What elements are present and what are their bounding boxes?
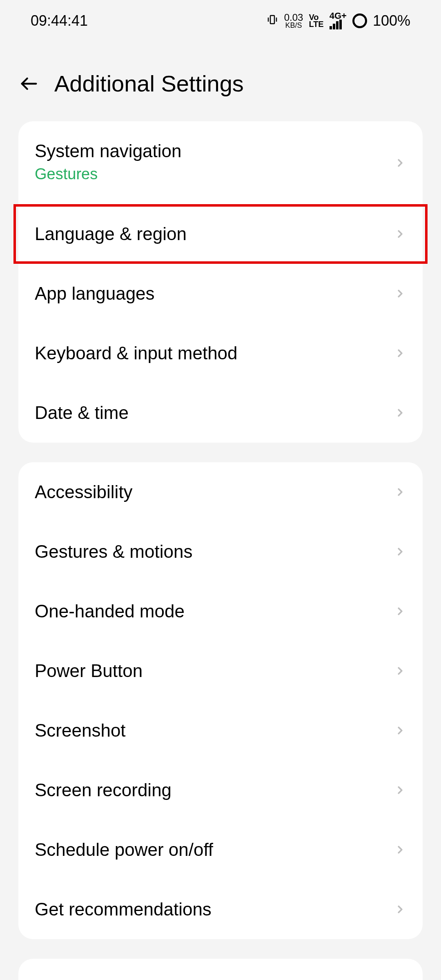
status-time: 09:44:41 (31, 12, 88, 29)
row-content: Screenshot (35, 720, 126, 741)
row-content: Language & region (35, 224, 187, 244)
row-content: Screen recording (35, 780, 172, 800)
chevron-right-icon (394, 542, 406, 561)
row-title: Date & time (35, 403, 129, 423)
volte-indicator: Vo LTE (309, 14, 323, 28)
settings-row-one-handed-mode[interactable]: One-handed mode (18, 581, 423, 641)
signal-bars-icon (330, 20, 342, 29)
settings-group: AccessibilityGestures & motionsOne-hande… (18, 462, 423, 939)
vibrate-icon (266, 13, 278, 29)
chevron-right-icon (394, 780, 406, 800)
chevron-right-icon (394, 284, 406, 303)
settings-row-date-time[interactable]: Date & time (18, 383, 423, 443)
row-content: App languages (35, 283, 155, 304)
svg-rect-0 (270, 16, 274, 24)
settings-row-get-recommendations[interactable]: Get recommendations (18, 880, 423, 939)
row-title: Gestures & motions (35, 541, 192, 562)
chevron-right-icon (394, 601, 406, 621)
row-title: Screenshot (35, 720, 126, 741)
row-title: App languages (35, 283, 155, 304)
chevron-right-icon (394, 900, 406, 919)
row-title: Screen recording (35, 780, 172, 800)
chevron-right-icon (394, 343, 406, 363)
chevron-right-icon (394, 403, 406, 423)
row-title: Accessibility (35, 482, 133, 502)
chevron-right-icon (394, 661, 406, 681)
settings-row-language-region[interactable]: Language & region (18, 204, 423, 264)
status-bar: 09:44:41 0.03 KB/S Vo LTE 4G+ 100% (0, 0, 441, 38)
row-content: Gestures & motions (35, 541, 192, 562)
row-content: Date & time (35, 403, 129, 423)
row-title: Schedule power on/off (35, 840, 213, 860)
row-title: Keyboard & input method (35, 343, 238, 363)
settings-row-power-button[interactable]: Power Button (18, 641, 423, 701)
settings-row-app-languages[interactable]: App languages (18, 264, 423, 323)
row-content: One-handed mode (35, 601, 185, 621)
chevron-right-icon (394, 721, 406, 740)
row-subtitle: Gestures (35, 164, 182, 185)
settings-group: OTG connectionGet better compatibility w… (18, 959, 423, 980)
row-title: Language & region (35, 224, 187, 244)
battery-percent: 100% (373, 12, 410, 29)
settings-row-screen-recording[interactable]: Screen recording (18, 760, 423, 820)
row-title: System navigation (35, 141, 182, 161)
settings-row-schedule-power[interactable]: Schedule power on/off (18, 820, 423, 880)
row-content: Accessibility (35, 482, 133, 502)
row-title: OTG connection (35, 978, 329, 980)
settings-row-screenshot[interactable]: Screenshot (18, 701, 423, 760)
status-right: 0.03 KB/S Vo LTE 4G+ 100% (266, 12, 410, 29)
row-content: System navigationGestures (35, 141, 182, 185)
row-content: Power Button (35, 661, 143, 681)
settings-content: System navigationGesturesLanguage & regi… (0, 121, 441, 980)
arrow-left-icon (18, 73, 40, 94)
page-title: Additional Settings (54, 70, 244, 97)
network-indicator: 4G+ (330, 12, 347, 29)
chevron-right-icon (394, 840, 406, 860)
row-content: OTG connectionGet better compatibility w… (35, 978, 329, 980)
chevron-right-icon (394, 153, 406, 173)
row-title: One-handed mode (35, 601, 185, 621)
settings-row-accessibility[interactable]: Accessibility (18, 462, 423, 522)
row-title: Get recommendations (35, 899, 212, 920)
settings-row-gestures-motions[interactable]: Gestures & motions (18, 522, 423, 581)
settings-row-keyboard-input[interactable]: Keyboard & input method (18, 323, 423, 383)
battery-ring-icon (352, 13, 367, 28)
page-header: Additional Settings (0, 38, 441, 121)
settings-row-system-navigation[interactable]: System navigationGestures (18, 121, 423, 204)
chevron-right-icon (394, 482, 406, 502)
row-content: Schedule power on/off (35, 840, 213, 860)
row-title: Power Button (35, 661, 143, 681)
row-content: Get recommendations (35, 899, 212, 920)
back-button[interactable] (18, 73, 40, 94)
chevron-right-icon (394, 224, 406, 244)
data-rate-indicator: 0.03 KB/S (284, 13, 303, 29)
settings-row-otg-connection[interactable]: OTG connectionGet better compatibility w… (18, 959, 423, 980)
settings-group: System navigationGesturesLanguage & regi… (18, 121, 423, 443)
row-content: Keyboard & input method (35, 343, 238, 363)
